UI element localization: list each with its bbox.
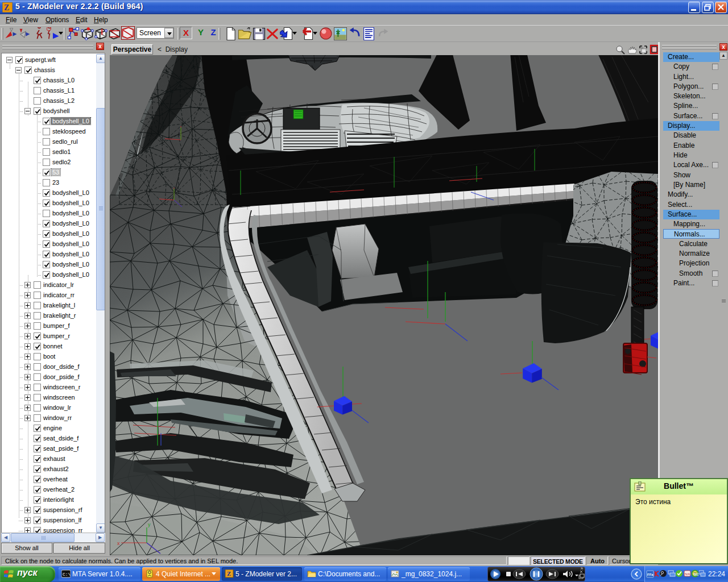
svg-text:C:\: C:\ <box>63 572 71 577</box>
svg-text:N/A: N/A <box>685 572 690 576</box>
svg-text:Z: Z <box>227 570 231 577</box>
svg-text:y: y <box>148 522 151 527</box>
svg-text:x: x <box>117 541 120 546</box>
svg-text:FFa: FFa <box>647 573 653 576</box>
svg-text:Z: Z <box>4 3 9 12</box>
